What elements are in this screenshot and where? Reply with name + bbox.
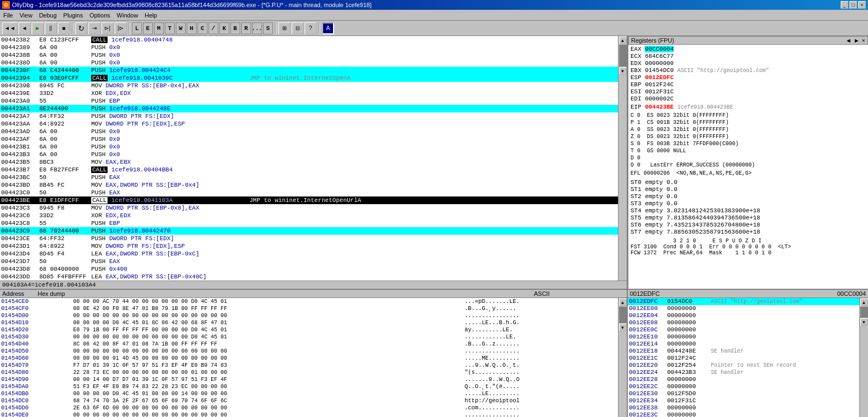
- btn-C[interactable]: C: [198, 22, 207, 34]
- table-row[interactable]: 004423C9 68 70244400 PUSH 1cefe918.00442…: [0, 227, 618, 235]
- table-row[interactable]: 01454D70F7 D7 01 39 1C 0F 57 97 51 F3 EF…: [0, 362, 618, 369]
- table-row[interactable]: 0012EE1C0012F24C: [628, 355, 859, 362]
- table-row[interactable]: 004423AF 6A 00 PUSH 0x0: [0, 135, 618, 143]
- table-row[interactable]: 0012EE1400000000: [628, 341, 859, 348]
- btn-step-into[interactable]: ↻: [75, 22, 87, 34]
- btn-B[interactable]: B: [230, 22, 240, 34]
- table-row[interactable]: 0044238B 6A 00 PUSH 0x0: [0, 51, 618, 59]
- table-row[interactable]: 004423B7 E8 FB27FCFF CALL 1cefe918.00404…: [0, 166, 618, 174]
- table-row[interactable]: 004423D1 64:8922 MOV DWORD PTR FS:[EDX],…: [0, 242, 618, 250]
- table-row[interactable]: 0012EE2800000000: [628, 376, 859, 383]
- menu-window[interactable]: Window: [114, 11, 141, 20]
- table-row[interactable]: 01454D1000 00 00 00 D0 4C 45 01 8C 06 42…: [0, 319, 618, 326]
- table-row[interactable]: 004423AD 6A 00 PUSH 0x0: [0, 128, 618, 135]
- table-row[interactable]: 004423B1 6A 00 PUSH 0x0: [0, 143, 618, 151]
- table-row[interactable]: 004423D4 8D45 F4 LEA EAX,DWORD PTR SS:[E…: [0, 250, 618, 258]
- btn-back[interactable]: ◄: [19, 22, 31, 34]
- table-row[interactable]: 0012EE340012F31C: [628, 397, 859, 404]
- table-row[interactable]: 01454CF000 0E 42 00 F0 8E 47 01 B8 79 1B…: [0, 305, 618, 312]
- table-row-selected[interactable]: 0012EDFC0154DC0ASCII "http://geoiptool.c…: [628, 298, 859, 305]
- menu-plugins[interactable]: Plugins: [60, 11, 86, 20]
- btn-rewind[interactable]: ◄◄: [2, 22, 17, 34]
- table-row[interactable]: 0044239E 33D2 XOR EDX,EDX: [0, 90, 618, 97]
- table-row[interactable]: 01454D9000 00 14 00 D7 D7 01 39 1C 0F 57…: [0, 376, 618, 383]
- table-row[interactable]: 01454DD02E 63 6F 6D 00 00 00 00 00 00 00…: [0, 404, 618, 412]
- btn-step-over[interactable]: ⇥: [88, 22, 100, 34]
- btn-play[interactable]: ►: [32, 22, 44, 34]
- maximize-button[interactable]: □: [849, 1, 857, 9]
- btn-L[interactable]: L: [132, 22, 142, 34]
- btn-R[interactable]: R: [241, 22, 251, 34]
- table-row[interactable]: 01454D20E0 79 1B 00 FF FF FF FF 00 00 00…: [0, 326, 618, 333]
- menu-view[interactable]: View: [16, 11, 36, 20]
- table-row[interactable]: 01454D0000 00 00 00 00 00 00 00 00 00 00…: [0, 312, 618, 319]
- menu-debug[interactable]: Debug: [35, 11, 60, 20]
- table-row[interactable]: 01454D6000 00 00 00 91 4D 45 00 00 00 00…: [0, 355, 618, 362]
- table-row[interactable]: 0044238D 6A 00 PUSH 0x0: [0, 59, 618, 67]
- table-row[interactable]: 0012EE180044248ESE handler: [628, 348, 859, 355]
- table-row[interactable]: 0012EE1000000000: [628, 333, 859, 341]
- minimize-button[interactable]: _: [841, 1, 848, 9]
- btn-help[interactable]: ?: [305, 22, 317, 34]
- table-row[interactable]: 01454D408C 06 42 00 8F 47 01 08 7A 1B 00…: [0, 341, 618, 348]
- table-row[interactable]: 004423C8 55 PUSH EBP: [0, 219, 618, 227]
- table-row[interactable]: 004423AA 64:8922 MOV DWORD PTR FS:[EDX],…: [0, 120, 618, 128]
- table-row[interactable]: 004423D8 68 00400000 PUSH 0x400: [0, 265, 618, 273]
- btn-grid[interactable]: ⊞: [278, 22, 290, 34]
- table-row[interactable]: 01454DE000 00 00 00 00 00 00 00 00 00 00…: [0, 412, 618, 417]
- btn-H[interactable]: H: [187, 22, 197, 34]
- table-row[interactable]: 004423C3 8945 F8 MOV DWORD PTR SS:[EBP-0…: [0, 204, 618, 212]
- table-row[interactable]: 004423B3 6A 00 PUSH 0x0: [0, 151, 618, 158]
- table-row[interactable]: 01454D5000 00 00 00 00 00 00 00 00 00 00…: [0, 348, 618, 355]
- hexdump-scrollbar[interactable]: ▲ ▼: [618, 298, 627, 417]
- btn-dots[interactable]: ...: [252, 22, 262, 34]
- stack-scrollbar[interactable]: ▲ ▼: [859, 298, 868, 417]
- menu-file[interactable]: File: [0, 11, 16, 20]
- table-row[interactable]: 0012EE200012F254Pointer to next SEH reco…: [628, 362, 859, 369]
- btn-S[interactable]: S: [263, 22, 273, 34]
- table-row[interactable]: 00442394 E8 03E0FCFF CALL 1cefe918.00410…: [0, 74, 618, 82]
- reg-panel-close[interactable]: ×: [862, 37, 865, 44]
- table-row[interactable]: 004423BC 50 PUSH EAX: [0, 174, 618, 181]
- table-row[interactable]: 0012EE2C00000000: [628, 383, 859, 390]
- table-row[interactable]: 01454D8022 28 73 EC 00 00 00 00 00 00 00…: [0, 369, 618, 376]
- btn-T[interactable]: T: [165, 22, 175, 34]
- btn-K[interactable]: K: [219, 22, 229, 34]
- table-row[interactable]: 0012EE0C00000000: [628, 326, 859, 333]
- btn-minus-grid[interactable]: ⊟: [292, 22, 304, 34]
- btn-stop[interactable]: ■: [58, 22, 70, 34]
- table-row[interactable]: 004423C6 33D2 XOR EDX,EDX: [0, 212, 618, 219]
- reg-panel-collapse-left[interactable]: ◄: [846, 37, 852, 44]
- table-row[interactable]: 004423A7 64:FF32 PUSH DWORD PTR FS:[EDX]: [0, 112, 618, 120]
- btn-M[interactable]: M: [154, 22, 164, 34]
- table-row[interactable]: 004423A1 8E244400 PUSH 1cefe918.0044248E: [0, 105, 618, 112]
- btn-slash[interactable]: /: [209, 22, 218, 34]
- table-row[interactable]: 004423A0 55 PUSH EBP: [0, 97, 618, 105]
- table-row[interactable]: 004423D7 50 PUSH EAX: [0, 258, 618, 265]
- table-row[interactable]: 00442382 E8 C123FCFF CALL 1cefe918.00404…: [0, 36, 618, 44]
- menu-help[interactable]: Help: [141, 11, 160, 20]
- table-row[interactable]: 0044238F 68 C4244400 PUSH 1cefe918.00442…: [0, 67, 618, 74]
- table-row[interactable]: 0044239B 8945 FC MOV DWORD PTR SS:[EBP-0…: [0, 82, 618, 90]
- table-row[interactable]: 0012EE0800000000: [628, 319, 859, 326]
- btn-trace[interactable]: |⊳: [115, 22, 127, 34]
- table-row[interactable]: 004423BD 8B45 FC MOV EAX,DWORD PTR SS:[E…: [0, 181, 618, 189]
- table-row[interactable]: 0012EE0000000000: [628, 305, 859, 312]
- table-row[interactable]: 01454DA051 F3 EF 4F E0 B9 74 83 22 28 23…: [0, 383, 618, 390]
- close-button[interactable]: ×: [858, 1, 866, 9]
- table-row[interactable]: 004423DD 8D85 F4FBFFFF LEA EAX,DWORD PTR…: [0, 273, 618, 281]
- btn-W[interactable]: W: [176, 22, 186, 34]
- btn-run-to[interactable]: ⊳|: [102, 22, 114, 34]
- table-row[interactable]: 01454D3000 00 00 00 00 00 00 00 00 00 00…: [0, 333, 618, 341]
- table-row[interactable]: 0012EE3C00000000: [628, 412, 859, 417]
- table-row[interactable]: 0012EE3800000000: [628, 404, 859, 412]
- btn-pause[interactable]: ||: [45, 22, 57, 34]
- menu-options[interactable]: Options: [86, 11, 114, 20]
- table-row[interactable]: 0012EE24004423B3SE handler: [628, 369, 859, 376]
- table-row[interactable]: 0012EE0400000000: [628, 312, 859, 319]
- btn-E[interactable]: E: [143, 22, 153, 34]
- table-row[interactable]: 01454CE000 00 00 AC 70 44 00 00 00 00 00…: [0, 298, 618, 305]
- disasm-scrollbar[interactable]: ▲ ▼: [618, 36, 627, 281]
- table-row[interactable]: 00442389 6A 00 PUSH 0x0: [0, 44, 618, 51]
- table-row[interactable]: 004423CE 64:FF32 PUSH DWORD PTR FS:[EDX]: [0, 235, 618, 242]
